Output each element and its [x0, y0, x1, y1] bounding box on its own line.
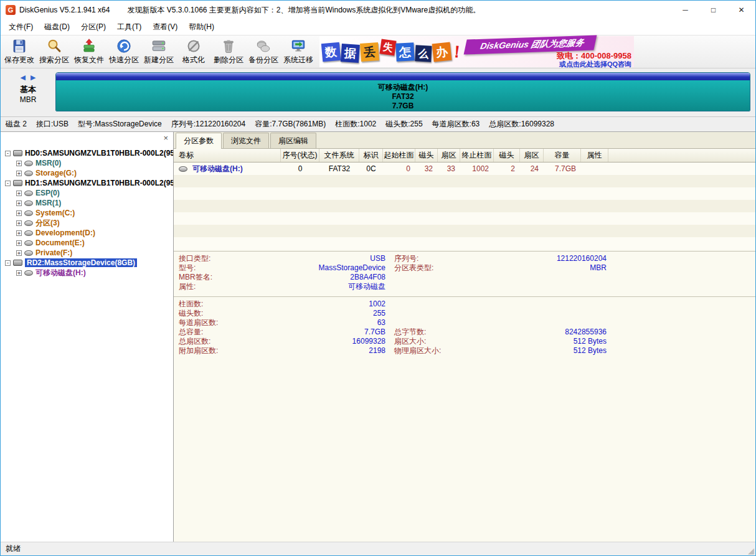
next-disk-arrow-icon[interactable]: ▶: [31, 73, 35, 81]
partition-icon: [24, 210, 33, 216]
search-partition-button[interactable]: 搜索分区: [37, 35, 72, 68]
tree-item-label[interactable]: 可移动磁盘(H:): [35, 268, 86, 278]
diskgenius-window: G DiskGenius V5.2.1.941 x64 发现新版本 V5.3.0…: [0, 0, 756, 556]
backup-partition-icon: [255, 38, 272, 54]
column-header[interactable]: 起始柱面: [383, 149, 415, 162]
tool-label: 新建分区: [144, 55, 174, 65]
column-header[interactable]: 卷标: [174, 149, 281, 162]
expand-icon[interactable]: +: [16, 230, 22, 236]
disk-info-segment: 序列号:121220160204: [171, 119, 245, 130]
detail-value: MassStorageDevice: [267, 263, 385, 273]
menu-disk[interactable]: 磁盘(D): [39, 20, 75, 34]
partition-table-row[interactable]: 可移动磁盘(H:) 0 FAT32 0C 0 32 33 1002 2 24 7…: [174, 163, 755, 175]
system-migration-button[interactable]: 系统迁移: [281, 35, 316, 68]
expand-icon[interactable]: +: [16, 161, 22, 166]
new-partition-button[interactable]: 新建分区: [141, 35, 176, 68]
update-notice[interactable]: 发现新版本 V5.3.0.1066 主要更新内容如下：2、增加将当前Window…: [127, 5, 480, 16]
tree-item-label[interactable]: RD2:MassStorageDevice(8GB): [25, 258, 137, 267]
banner-qq-link[interactable]: 或点击此处选择QQ咨询: [559, 60, 631, 69]
column-header[interactable]: 标识: [359, 149, 383, 162]
expand-icon[interactable]: +: [16, 191, 22, 196]
tree-item-label[interactable]: MSR(1): [35, 199, 61, 207]
tree-item-label[interactable]: HD0:SAMSUNGMZVLB1T0HBLR-000L2(95: [25, 149, 174, 158]
tab-sector-edit[interactable]: 扇区编辑: [270, 133, 316, 148]
expand-icon[interactable]: +: [16, 240, 22, 246]
recover-files-button[interactable]: 恢复文件: [72, 35, 106, 68]
column-header[interactable]: 终止柱面: [460, 149, 494, 162]
tree-item-rd2-selected[interactable]: - RD2:MassStorageDevice(8GB): [1, 258, 173, 268]
column-header[interactable]: 序号(状态): [281, 149, 319, 162]
detail-value: MBR: [485, 263, 607, 273]
format-button[interactable]: 格式化: [176, 35, 211, 68]
detail-value: [485, 309, 607, 318]
expand-icon[interactable]: +: [16, 171, 22, 176]
geometry-detail-section: 柱面数: 1002 磁头数: 255 每道扇区数: 63: [174, 296, 755, 359]
tree-item-partition-3[interactable]: + 分区(3): [1, 218, 173, 228]
column-header[interactable]: 磁头: [494, 149, 520, 162]
partition-block-h[interactable]: 可移动磁盘(H:) FAT32 7.7GB: [55, 72, 750, 111]
tree-item-hd1[interactable]: - HD1:SAMSUNGMZVLB1T0HBLR-000L2(95: [1, 178, 173, 188]
quick-partition-button[interactable]: 快速分区: [106, 35, 141, 68]
detail-label: 总字节数:: [385, 327, 485, 337]
promo-banner[interactable]: 数 据 丢 失 怎 么 办 ！ DiskGenius 团队为您服务 致电：400…: [319, 36, 634, 67]
expand-icon[interactable]: +: [16, 250, 22, 256]
tree-item-removable-h[interactable]: + 可移动磁盘(H:): [1, 268, 173, 278]
expand-icon[interactable]: +: [16, 200, 22, 206]
menu-partition[interactable]: 分区(P): [75, 20, 111, 34]
tab-partition-params[interactable]: 分区参数: [176, 133, 222, 149]
tree-item-private-f[interactable]: + Private(F:): [1, 248, 173, 258]
save-icon: [11, 38, 27, 54]
column-header[interactable]: 文件系统: [319, 149, 359, 162]
collapse-icon[interactable]: -: [5, 181, 11, 186]
menu-file[interactable]: 文件(F): [3, 20, 39, 34]
tree-item-label[interactable]: HD1:SAMSUNGMZVLB1T0HBLR-000L2(95: [25, 179, 174, 187]
tree-item-label[interactable]: 分区(3): [35, 218, 60, 229]
tree-item-label[interactable]: System(C:): [35, 209, 75, 217]
expand-icon[interactable]: +: [16, 270, 22, 276]
tree-item-label[interactable]: ESP(0): [35, 189, 60, 197]
tree-item-esp0[interactable]: + ESP(0): [1, 188, 173, 198]
banner-tile: 据: [341, 44, 360, 63]
window-title: DiskGenius V5.2.1.941 x64: [19, 6, 110, 14]
menu-tools[interactable]: 工具(T): [111, 20, 147, 34]
detail-value: 16099328: [267, 337, 385, 346]
tree-item-label[interactable]: Storage(G:): [35, 169, 77, 177]
tree-item-label[interactable]: Document(E:): [35, 238, 85, 247]
tree-item-label[interactable]: Development(D:): [35, 229, 95, 237]
titlebar[interactable]: G DiskGenius V5.2.1.941 x64 发现新版本 V5.3.0…: [1, 1, 755, 19]
detail-label: 属性:: [174, 282, 267, 291]
minimize-icon[interactable]: ─: [671, 1, 699, 19]
column-header[interactable]: 扇区: [438, 149, 460, 162]
tree-item-label[interactable]: Private(F:): [35, 248, 72, 257]
close-icon[interactable]: ✕: [727, 1, 755, 19]
tab-browse-files[interactable]: 浏览文件: [223, 133, 269, 148]
delete-partition-button[interactable]: 删除分区: [211, 35, 246, 68]
menu-help[interactable]: 帮助(H): [183, 20, 220, 34]
detail-value: [485, 282, 607, 291]
tree-item-storage-g[interactable]: + Storage(G:): [1, 168, 173, 178]
menu-view[interactable]: 查看(V): [147, 20, 183, 34]
tree-item-msr0[interactable]: + MSR(0): [1, 158, 173, 168]
resize-grip-icon[interactable]: ◢: [748, 547, 754, 555]
close-panel-icon[interactable]: ×: [163, 134, 168, 142]
expand-icon[interactable]: +: [16, 210, 22, 216]
expand-icon[interactable]: +: [16, 220, 22, 226]
save-changes-button[interactable]: 保存更改: [2, 35, 37, 68]
prev-disk-arrow-icon[interactable]: ◀: [21, 73, 26, 81]
tree-item-msr1[interactable]: + MSR(1): [1, 198, 173, 208]
tree-item-system-c[interactable]: + System(C:): [1, 208, 173, 218]
tree-item-hd0[interactable]: - HD0:SAMSUNGMZVLB1T0HBLR-000L2(95: [1, 148, 173, 158]
column-header[interactable]: 扇区: [520, 149, 544, 162]
tree-item-label[interactable]: MSR(0): [35, 159, 61, 167]
tree-item-development-d[interactable]: + Development(D:): [1, 228, 173, 238]
column-header[interactable]: 容量: [544, 149, 581, 162]
quick-partition-icon: [116, 38, 132, 54]
collapse-icon[interactable]: -: [5, 260, 11, 266]
backup-partition-button[interactable]: 备份分区: [246, 35, 281, 68]
collapse-icon[interactable]: -: [5, 151, 11, 156]
cell-start-head: 32: [415, 163, 438, 175]
maximize-icon[interactable]: □: [699, 1, 727, 19]
column-header[interactable]: 属性: [581, 149, 608, 162]
tree-item-document-e[interactable]: + Document(E:): [1, 238, 173, 248]
column-header[interactable]: 磁头: [415, 149, 438, 162]
